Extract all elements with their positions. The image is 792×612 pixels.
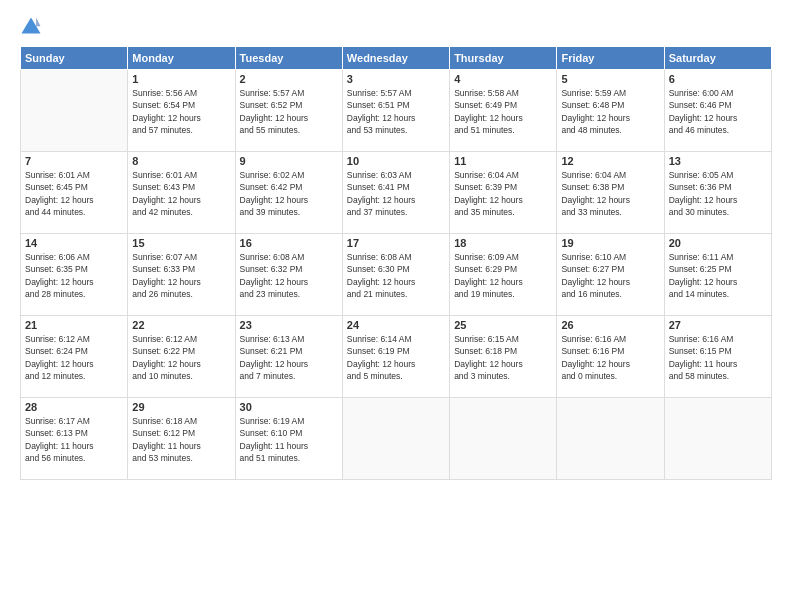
calendar-cell: 22Sunrise: 6:12 AMSunset: 6:22 PMDayligh… xyxy=(128,316,235,398)
day-number: 3 xyxy=(347,73,445,85)
day-number: 7 xyxy=(25,155,123,167)
day-number: 27 xyxy=(669,319,767,331)
weekday-header-saturday: Saturday xyxy=(664,47,771,70)
day-number: 28 xyxy=(25,401,123,413)
day-info: Sunrise: 6:19 AMSunset: 6:10 PMDaylight:… xyxy=(240,415,338,464)
calendar-cell: 29Sunrise: 6:18 AMSunset: 6:12 PMDayligh… xyxy=(128,398,235,480)
calendar-week-5: 28Sunrise: 6:17 AMSunset: 6:13 PMDayligh… xyxy=(21,398,772,480)
day-number: 10 xyxy=(347,155,445,167)
calendar-cell: 2Sunrise: 5:57 AMSunset: 6:52 PMDaylight… xyxy=(235,70,342,152)
day-number: 30 xyxy=(240,401,338,413)
calendar-cell: 10Sunrise: 6:03 AMSunset: 6:41 PMDayligh… xyxy=(342,152,449,234)
weekday-header-sunday: Sunday xyxy=(21,47,128,70)
calendar-cell: 6Sunrise: 6:00 AMSunset: 6:46 PMDaylight… xyxy=(664,70,771,152)
day-number: 1 xyxy=(132,73,230,85)
day-info: Sunrise: 6:04 AMSunset: 6:38 PMDaylight:… xyxy=(561,169,659,218)
day-info: Sunrise: 6:12 AMSunset: 6:22 PMDaylight:… xyxy=(132,333,230,382)
day-info: Sunrise: 5:56 AMSunset: 6:54 PMDaylight:… xyxy=(132,87,230,136)
day-number: 18 xyxy=(454,237,552,249)
calendar-week-4: 21Sunrise: 6:12 AMSunset: 6:24 PMDayligh… xyxy=(21,316,772,398)
logo xyxy=(20,16,46,38)
weekday-header-row: SundayMondayTuesdayWednesdayThursdayFrid… xyxy=(21,47,772,70)
day-info: Sunrise: 6:10 AMSunset: 6:27 PMDaylight:… xyxy=(561,251,659,300)
day-info: Sunrise: 6:14 AMSunset: 6:19 PMDaylight:… xyxy=(347,333,445,382)
calendar-cell: 7Sunrise: 6:01 AMSunset: 6:45 PMDaylight… xyxy=(21,152,128,234)
weekday-header-monday: Monday xyxy=(128,47,235,70)
day-number: 17 xyxy=(347,237,445,249)
day-info: Sunrise: 6:06 AMSunset: 6:35 PMDaylight:… xyxy=(25,251,123,300)
day-info: Sunrise: 5:57 AMSunset: 6:52 PMDaylight:… xyxy=(240,87,338,136)
calendar-cell: 12Sunrise: 6:04 AMSunset: 6:38 PMDayligh… xyxy=(557,152,664,234)
calendar-week-2: 7Sunrise: 6:01 AMSunset: 6:45 PMDaylight… xyxy=(21,152,772,234)
day-number: 20 xyxy=(669,237,767,249)
day-number: 25 xyxy=(454,319,552,331)
calendar-page: SundayMondayTuesdayWednesdayThursdayFrid… xyxy=(0,0,792,612)
day-number: 11 xyxy=(454,155,552,167)
day-number: 9 xyxy=(240,155,338,167)
weekday-header-tuesday: Tuesday xyxy=(235,47,342,70)
calendar-table: SundayMondayTuesdayWednesdayThursdayFrid… xyxy=(20,46,772,480)
calendar-cell xyxy=(21,70,128,152)
calendar-cell xyxy=(450,398,557,480)
day-number: 13 xyxy=(669,155,767,167)
calendar-cell: 30Sunrise: 6:19 AMSunset: 6:10 PMDayligh… xyxy=(235,398,342,480)
day-info: Sunrise: 6:16 AMSunset: 6:15 PMDaylight:… xyxy=(669,333,767,382)
calendar-week-1: 1Sunrise: 5:56 AMSunset: 6:54 PMDaylight… xyxy=(21,70,772,152)
calendar-cell: 27Sunrise: 6:16 AMSunset: 6:15 PMDayligh… xyxy=(664,316,771,398)
calendar-cell: 24Sunrise: 6:14 AMSunset: 6:19 PMDayligh… xyxy=(342,316,449,398)
day-number: 14 xyxy=(25,237,123,249)
calendar-cell xyxy=(342,398,449,480)
calendar-cell: 25Sunrise: 6:15 AMSunset: 6:18 PMDayligh… xyxy=(450,316,557,398)
day-info: Sunrise: 6:15 AMSunset: 6:18 PMDaylight:… xyxy=(454,333,552,382)
day-info: Sunrise: 6:01 AMSunset: 6:45 PMDaylight:… xyxy=(25,169,123,218)
day-info: Sunrise: 6:11 AMSunset: 6:25 PMDaylight:… xyxy=(669,251,767,300)
day-number: 21 xyxy=(25,319,123,331)
calendar-cell xyxy=(557,398,664,480)
day-info: Sunrise: 6:16 AMSunset: 6:16 PMDaylight:… xyxy=(561,333,659,382)
day-info: Sunrise: 6:08 AMSunset: 6:32 PMDaylight:… xyxy=(240,251,338,300)
day-number: 29 xyxy=(132,401,230,413)
day-number: 8 xyxy=(132,155,230,167)
day-number: 23 xyxy=(240,319,338,331)
day-info: Sunrise: 6:01 AMSunset: 6:43 PMDaylight:… xyxy=(132,169,230,218)
day-info: Sunrise: 6:07 AMSunset: 6:33 PMDaylight:… xyxy=(132,251,230,300)
calendar-cell: 1Sunrise: 5:56 AMSunset: 6:54 PMDaylight… xyxy=(128,70,235,152)
calendar-cell: 23Sunrise: 6:13 AMSunset: 6:21 PMDayligh… xyxy=(235,316,342,398)
calendar-cell: 20Sunrise: 6:11 AMSunset: 6:25 PMDayligh… xyxy=(664,234,771,316)
day-info: Sunrise: 6:02 AMSunset: 6:42 PMDaylight:… xyxy=(240,169,338,218)
day-info: Sunrise: 6:05 AMSunset: 6:36 PMDaylight:… xyxy=(669,169,767,218)
calendar-cell: 21Sunrise: 6:12 AMSunset: 6:24 PMDayligh… xyxy=(21,316,128,398)
calendar-cell: 18Sunrise: 6:09 AMSunset: 6:29 PMDayligh… xyxy=(450,234,557,316)
calendar-cell: 13Sunrise: 6:05 AMSunset: 6:36 PMDayligh… xyxy=(664,152,771,234)
day-info: Sunrise: 5:57 AMSunset: 6:51 PMDaylight:… xyxy=(347,87,445,136)
day-number: 19 xyxy=(561,237,659,249)
calendar-cell: 8Sunrise: 6:01 AMSunset: 6:43 PMDaylight… xyxy=(128,152,235,234)
calendar-cell: 14Sunrise: 6:06 AMSunset: 6:35 PMDayligh… xyxy=(21,234,128,316)
calendar-cell: 28Sunrise: 6:17 AMSunset: 6:13 PMDayligh… xyxy=(21,398,128,480)
day-info: Sunrise: 6:12 AMSunset: 6:24 PMDaylight:… xyxy=(25,333,123,382)
day-number: 5 xyxy=(561,73,659,85)
day-number: 6 xyxy=(669,73,767,85)
day-number: 24 xyxy=(347,319,445,331)
svg-marker-1 xyxy=(36,17,40,26)
day-info: Sunrise: 6:00 AMSunset: 6:46 PMDaylight:… xyxy=(669,87,767,136)
calendar-cell: 11Sunrise: 6:04 AMSunset: 6:39 PMDayligh… xyxy=(450,152,557,234)
day-info: Sunrise: 6:13 AMSunset: 6:21 PMDaylight:… xyxy=(240,333,338,382)
weekday-header-wednesday: Wednesday xyxy=(342,47,449,70)
day-number: 15 xyxy=(132,237,230,249)
calendar-cell: 26Sunrise: 6:16 AMSunset: 6:16 PMDayligh… xyxy=(557,316,664,398)
day-number: 16 xyxy=(240,237,338,249)
day-info: Sunrise: 5:58 AMSunset: 6:49 PMDaylight:… xyxy=(454,87,552,136)
header xyxy=(20,16,772,38)
calendar-cell: 9Sunrise: 6:02 AMSunset: 6:42 PMDaylight… xyxy=(235,152,342,234)
day-number: 22 xyxy=(132,319,230,331)
day-number: 12 xyxy=(561,155,659,167)
day-number: 2 xyxy=(240,73,338,85)
day-info: Sunrise: 6:09 AMSunset: 6:29 PMDaylight:… xyxy=(454,251,552,300)
weekday-header-thursday: Thursday xyxy=(450,47,557,70)
calendar-cell: 19Sunrise: 6:10 AMSunset: 6:27 PMDayligh… xyxy=(557,234,664,316)
logo-icon xyxy=(20,16,42,38)
calendar-cell: 15Sunrise: 6:07 AMSunset: 6:33 PMDayligh… xyxy=(128,234,235,316)
day-info: Sunrise: 5:59 AMSunset: 6:48 PMDaylight:… xyxy=(561,87,659,136)
weekday-header-friday: Friday xyxy=(557,47,664,70)
